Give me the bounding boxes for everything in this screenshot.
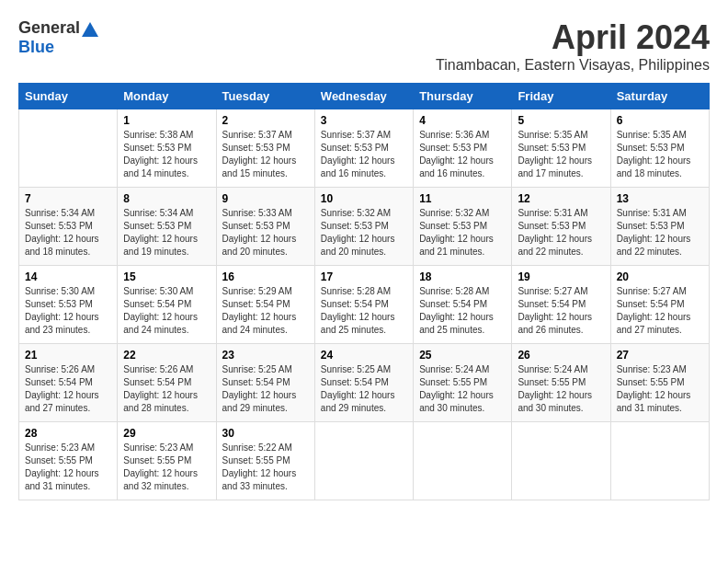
header-day-sunday: Sunday — [19, 84, 118, 109]
day-number: 13 — [617, 192, 703, 205]
calendar-cell: 7Sunrise: 5:34 AM Sunset: 5:53 PM Daylig… — [19, 188, 118, 266]
day-info: Sunrise: 5:31 AM Sunset: 5:53 PM Dayligh… — [518, 207, 604, 259]
day-info: Sunrise: 5:29 AM Sunset: 5:54 PM Dayligh… — [222, 285, 309, 337]
calendar-cell: 2Sunrise: 5:37 AM Sunset: 5:53 PM Daylig… — [216, 109, 314, 188]
calendar-cell: 23Sunrise: 5:25 AM Sunset: 5:54 PM Dayli… — [216, 344, 314, 422]
day-number: 8 — [123, 192, 210, 205]
header: General Blue April 2024 Tinambacan, East… — [18, 18, 710, 74]
day-number: 12 — [518, 192, 604, 205]
calendar-cell: 25Sunrise: 5:24 AM Sunset: 5:55 PM Dayli… — [414, 344, 512, 422]
svg-marker-0 — [82, 22, 98, 37]
header-row: SundayMondayTuesdayWednesdayThursdayFrid… — [19, 84, 710, 109]
day-number: 17 — [321, 270, 407, 283]
calendar-cell — [610, 422, 709, 500]
day-number: 15 — [123, 270, 210, 283]
day-number: 1 — [123, 114, 210, 127]
day-number: 23 — [222, 349, 309, 362]
calendar-cell: 17Sunrise: 5:28 AM Sunset: 5:54 PM Dayli… — [314, 266, 413, 344]
calendar-cell: 4Sunrise: 5:36 AM Sunset: 5:53 PM Daylig… — [414, 109, 512, 188]
logo-triangle-icon — [82, 20, 98, 37]
day-info: Sunrise: 5:34 AM Sunset: 5:53 PM Dayligh… — [123, 207, 210, 259]
day-number: 29 — [123, 427, 210, 440]
day-number: 16 — [222, 270, 309, 283]
calendar-cell: 16Sunrise: 5:29 AM Sunset: 5:54 PM Dayli… — [216, 266, 314, 344]
day-info: Sunrise: 5:33 AM Sunset: 5:53 PM Dayligh… — [222, 207, 309, 259]
day-info: Sunrise: 5:27 AM Sunset: 5:54 PM Dayligh… — [518, 285, 604, 337]
calendar-cell: 19Sunrise: 5:27 AM Sunset: 5:54 PM Dayli… — [512, 266, 610, 344]
month-year: April 2024 — [436, 18, 710, 57]
calendar-cell: 9Sunrise: 5:33 AM Sunset: 5:53 PM Daylig… — [216, 188, 314, 266]
day-info: Sunrise: 5:23 AM Sunset: 5:55 PM Dayligh… — [25, 442, 111, 493]
calendar-cell: 29Sunrise: 5:23 AM Sunset: 5:55 PM Dayli… — [118, 422, 216, 500]
calendar-cell: 22Sunrise: 5:26 AM Sunset: 5:54 PM Dayli… — [118, 344, 216, 422]
day-number: 28 — [25, 427, 111, 440]
calendar-table: SundayMondayTuesdayWednesdayThursdayFrid… — [18, 83, 710, 500]
calendar-cell — [314, 422, 413, 500]
day-info: Sunrise: 5:35 AM Sunset: 5:53 PM Dayligh… — [617, 129, 703, 180]
day-number: 5 — [518, 114, 604, 127]
day-info: Sunrise: 5:25 AM Sunset: 5:54 PM Dayligh… — [321, 363, 407, 415]
day-number: 6 — [617, 114, 703, 127]
day-info: Sunrise: 5:30 AM Sunset: 5:53 PM Dayligh… — [25, 285, 111, 337]
day-info: Sunrise: 5:34 AM Sunset: 5:53 PM Dayligh… — [25, 207, 111, 259]
day-info: Sunrise: 5:31 AM Sunset: 5:53 PM Dayligh… — [617, 207, 703, 259]
calendar-cell: 27Sunrise: 5:23 AM Sunset: 5:55 PM Dayli… — [610, 344, 709, 422]
day-info: Sunrise: 5:30 AM Sunset: 5:54 PM Dayligh… — [123, 285, 210, 337]
week-row-1: 1Sunrise: 5:38 AM Sunset: 5:53 PM Daylig… — [19, 109, 710, 188]
day-info: Sunrise: 5:35 AM Sunset: 5:53 PM Dayligh… — [518, 129, 604, 180]
day-info: Sunrise: 5:23 AM Sunset: 5:55 PM Dayligh… — [123, 442, 210, 493]
calendar-cell: 5Sunrise: 5:35 AM Sunset: 5:53 PM Daylig… — [512, 109, 610, 188]
header-day-friday: Friday — [512, 84, 610, 109]
day-info: Sunrise: 5:24 AM Sunset: 5:55 PM Dayligh… — [419, 363, 506, 415]
calendar-cell: 3Sunrise: 5:37 AM Sunset: 5:53 PM Daylig… — [314, 109, 413, 188]
day-info: Sunrise: 5:28 AM Sunset: 5:54 PM Dayligh… — [419, 285, 506, 337]
day-info: Sunrise: 5:38 AM Sunset: 5:53 PM Dayligh… — [123, 129, 210, 180]
calendar-cell: 21Sunrise: 5:26 AM Sunset: 5:54 PM Dayli… — [19, 344, 118, 422]
header-day-thursday: Thursday — [414, 84, 512, 109]
week-row-5: 28Sunrise: 5:23 AM Sunset: 5:55 PM Dayli… — [19, 422, 710, 500]
day-number: 22 — [123, 349, 210, 362]
calendar-cell: 26Sunrise: 5:24 AM Sunset: 5:55 PM Dayli… — [512, 344, 610, 422]
day-number: 19 — [518, 270, 604, 283]
header-day-wednesday: Wednesday — [314, 84, 413, 109]
week-row-2: 7Sunrise: 5:34 AM Sunset: 5:53 PM Daylig… — [19, 188, 710, 266]
calendar-cell: 30Sunrise: 5:22 AM Sunset: 5:55 PM Dayli… — [216, 422, 314, 500]
calendar-cell: 14Sunrise: 5:30 AM Sunset: 5:53 PM Dayli… — [19, 266, 118, 344]
calendar-cell: 15Sunrise: 5:30 AM Sunset: 5:54 PM Dayli… — [118, 266, 216, 344]
day-info: Sunrise: 5:32 AM Sunset: 5:53 PM Dayligh… — [419, 207, 506, 259]
calendar-cell — [19, 109, 118, 188]
day-number: 11 — [419, 192, 506, 205]
title-section: April 2024 Tinambacan, Eastern Visayas, … — [436, 18, 710, 74]
calendar-cell: 24Sunrise: 5:25 AM Sunset: 5:54 PM Dayli… — [314, 344, 413, 422]
calendar-cell: 12Sunrise: 5:31 AM Sunset: 5:53 PM Dayli… — [512, 188, 610, 266]
day-number: 20 — [617, 270, 703, 283]
day-number: 30 — [222, 427, 309, 440]
week-row-3: 14Sunrise: 5:30 AM Sunset: 5:53 PM Dayli… — [19, 266, 710, 344]
day-info: Sunrise: 5:23 AM Sunset: 5:55 PM Dayligh… — [617, 363, 703, 415]
logo: General Blue — [18, 18, 98, 57]
day-info: Sunrise: 5:37 AM Sunset: 5:53 PM Dayligh… — [321, 129, 407, 180]
calendar-cell: 10Sunrise: 5:32 AM Sunset: 5:53 PM Dayli… — [314, 188, 413, 266]
calendar-cell — [414, 422, 512, 500]
header-day-tuesday: Tuesday — [216, 84, 314, 109]
day-number: 9 — [222, 192, 309, 205]
calendar-cell: 8Sunrise: 5:34 AM Sunset: 5:53 PM Daylig… — [118, 188, 216, 266]
logo-blue: Blue — [18, 38, 54, 56]
day-info: Sunrise: 5:24 AM Sunset: 5:55 PM Dayligh… — [518, 363, 604, 415]
logo-general: General — [18, 18, 80, 38]
day-number: 4 — [419, 114, 506, 127]
day-number: 3 — [321, 114, 407, 127]
day-info: Sunrise: 5:25 AM Sunset: 5:54 PM Dayligh… — [222, 363, 309, 415]
day-info: Sunrise: 5:22 AM Sunset: 5:55 PM Dayligh… — [222, 442, 309, 493]
calendar-cell: 20Sunrise: 5:27 AM Sunset: 5:54 PM Dayli… — [610, 266, 709, 344]
day-info: Sunrise: 5:36 AM Sunset: 5:53 PM Dayligh… — [419, 129, 506, 180]
calendar-cell: 6Sunrise: 5:35 AM Sunset: 5:53 PM Daylig… — [610, 109, 709, 188]
header-day-saturday: Saturday — [610, 84, 709, 109]
day-info: Sunrise: 5:26 AM Sunset: 5:54 PM Dayligh… — [25, 363, 111, 415]
calendar-cell: 13Sunrise: 5:31 AM Sunset: 5:53 PM Dayli… — [610, 188, 709, 266]
day-number: 7 — [25, 192, 111, 205]
calendar-cell: 1Sunrise: 5:38 AM Sunset: 5:53 PM Daylig… — [118, 109, 216, 188]
calendar-cell: 11Sunrise: 5:32 AM Sunset: 5:53 PM Dayli… — [414, 188, 512, 266]
location: Tinambacan, Eastern Visayas, Philippines — [436, 57, 710, 74]
header-day-monday: Monday — [118, 84, 216, 109]
